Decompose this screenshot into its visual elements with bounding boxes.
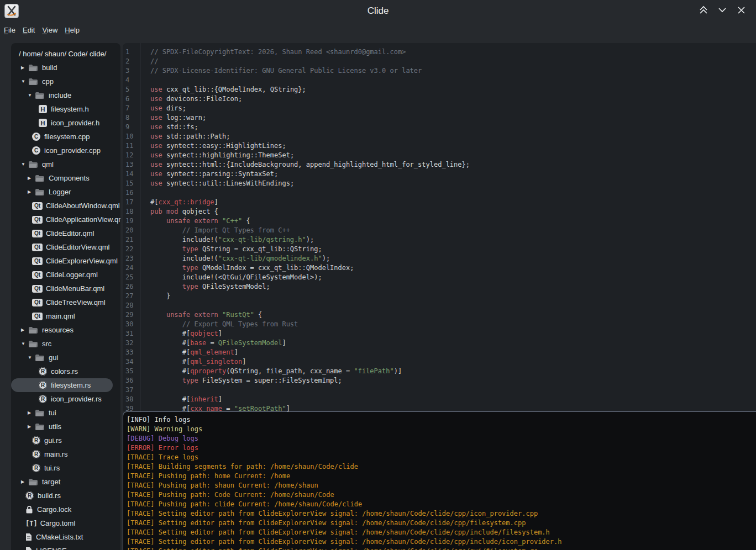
tree-item-gui-rs[interactable]: Rgui.rs xyxy=(11,433,120,447)
file-tree: ▶build▼cpp▼includeHfilesystem.hHicon_pro… xyxy=(11,61,120,550)
tree-item-logger[interactable]: ▶Logger xyxy=(11,185,120,199)
line-number: 28 xyxy=(125,301,133,310)
tree-item-main-rs[interactable]: Rmain.rs xyxy=(11,447,120,461)
tree-item-target[interactable]: ▶target xyxy=(11,475,120,489)
tree-item-clideexplorerview-qml[interactable]: QtClideExplorerView.qml xyxy=(11,254,120,268)
tree-item-cpp[interactable]: ▼cpp xyxy=(11,75,120,88)
chevron-right-icon[interactable]: ▶ xyxy=(28,189,35,194)
log-entry-trace: [TRACE] Pushing path: shaun Current: /ho… xyxy=(127,481,756,490)
code-line: 17#[cxx_qt::bridge] xyxy=(123,198,756,207)
tree-item-filesystem-h[interactable]: Hfilesystem.h xyxy=(11,102,120,116)
tree-item-include[interactable]: ▼include xyxy=(11,88,120,102)
chevron-down-icon[interactable]: ▼ xyxy=(21,79,28,84)
log-panel[interactable]: [INFO] Info logs[WARN] Warning logs[DEBU… xyxy=(123,411,756,550)
tree-item-label: target xyxy=(42,478,60,486)
log-entry-trace: [TRACE] Setting editor path from ClideEx… xyxy=(127,537,756,547)
tree-item-label: Cargo.toml xyxy=(40,519,76,527)
chevron-down-icon[interactable]: ▼ xyxy=(21,162,28,167)
menu-file[interactable]: File xyxy=(1,24,19,36)
chevron-right-icon[interactable]: ▶ xyxy=(21,479,28,484)
tree-item-filesystem-cpp[interactable]: Cfilesystem.cpp xyxy=(11,130,120,144)
chevron-right-icon[interactable]: ▶ xyxy=(28,424,35,429)
code-line: 39 #[cxx_name = "setRootPath"] xyxy=(123,404,756,411)
line-number: 6 xyxy=(125,94,129,104)
tree-item-build-rs[interactable]: Rbuild.rs xyxy=(11,489,120,503)
code-text: use syntect::easy::HighlightLines; xyxy=(150,142,286,150)
tree-item-main-qml[interactable]: Qtmain.qml xyxy=(11,309,120,323)
chevron-right-icon[interactable]: ▶ xyxy=(28,176,35,181)
line-number: 7 xyxy=(125,104,129,113)
tree-item-cargo-toml[interactable]: [T]Cargo.toml xyxy=(11,516,120,530)
tree-item-label: main.qml xyxy=(46,312,75,320)
chevron-down-icon[interactable]: ▼ xyxy=(21,341,28,346)
tree-item-build[interactable]: ▶build xyxy=(11,61,120,75)
close-button[interactable] xyxy=(732,3,750,19)
chevron-right-icon[interactable]: ▶ xyxy=(21,327,28,332)
keep-above-button[interactable] xyxy=(694,3,713,19)
menu-edit[interactable]: Edit xyxy=(19,24,39,36)
tree-item-tui[interactable]: ▶tui xyxy=(11,406,120,420)
menu-view[interactable]: View xyxy=(39,24,61,36)
tree-item-clideapplicationview-qml[interactable]: QtClideApplicationView.qml xyxy=(11,213,120,226)
tree-item-clidetreeview-qml[interactable]: QtClideTreeView.qml xyxy=(11,295,120,309)
line-number: 8 xyxy=(125,113,129,123)
line-number: 22 xyxy=(125,245,133,254)
code-line: 26 type QFileSystemModel; xyxy=(123,282,756,292)
line-number: 5 xyxy=(125,85,129,94)
tree-item-tui-rs[interactable]: Rtui.rs xyxy=(11,461,120,475)
tree-item-clidemenubar-qml[interactable]: QtClideMenuBar.qml xyxy=(11,282,120,295)
tree-item-icon-provider-rs[interactable]: Ricon_provider.rs xyxy=(11,392,120,406)
code-text: use syntect::html::{IncludeBackground, a… xyxy=(150,161,470,168)
tree-item-clidelogger-qml[interactable]: QtClideLogger.qml xyxy=(11,268,120,282)
tree-item-label: gui.rs xyxy=(44,436,62,445)
chevron-right-icon[interactable]: ▶ xyxy=(21,65,28,70)
tree-item-src[interactable]: ▼src xyxy=(11,337,120,351)
tree-item-cmakelists-txt[interactable]: CMakeLists.txt xyxy=(11,530,120,544)
tree-item-cargo-lock[interactable]: Cargo.lock xyxy=(11,503,120,516)
tree-item-label: resources xyxy=(42,326,74,334)
tree-item-label: ClideEditorView.qml xyxy=(46,243,109,251)
code-editor[interactable]: 1// SPDX-FileCopyrightText: 2026, Shaun … xyxy=(123,43,756,411)
tree-item-label: LICENSE xyxy=(36,547,67,550)
tree-item-resources[interactable]: ▶resources xyxy=(11,323,120,337)
tree-item-icon-provider-cpp[interactable]: Cicon_provider.cpp xyxy=(11,144,120,157)
tree-item-icon-provider-h[interactable]: Hicon_provider.h xyxy=(11,116,120,130)
minimize-button[interactable] xyxy=(713,3,732,19)
code-line: 20 // Import Qt Types from C++ xyxy=(123,226,756,235)
menu-help[interactable]: Help xyxy=(61,24,83,36)
tree-item-clideeditor-qml[interactable]: QtClideEditor.qml xyxy=(11,226,120,240)
tree-item-utils[interactable]: ▶utils xyxy=(11,420,120,433)
code-text: use devicons::FileIcon; xyxy=(150,95,242,103)
tree-item-license[interactable]: LICENSE xyxy=(11,544,120,550)
code-text: use syntect::highlighting::ThemeSet; xyxy=(150,151,294,159)
code-line: 37 xyxy=(123,385,756,395)
code-line: 3// SPDX-License-Identifier: GNU General… xyxy=(123,66,756,76)
code-line: 29 unsafe extern "RustQt" { xyxy=(123,310,756,320)
tree-item-components[interactable]: ▶Components xyxy=(11,171,120,185)
qt-file-icon: Qt xyxy=(32,257,43,265)
tree-item-clideeditorview-qml[interactable]: QtClideEditorView.qml xyxy=(11,240,120,254)
folder-icon xyxy=(28,78,38,86)
tree-item-clideaboutwindow-qml[interactable]: QtClideAboutWindow.qml xyxy=(11,199,120,213)
log-entry-trace: [TRACE] Trace logs xyxy=(127,453,756,462)
code-line: 19 unsafe extern "C++" { xyxy=(123,216,756,226)
tree-item-colors-rs[interactable]: Rcolors.rs xyxy=(11,364,120,378)
chevron-down-icon[interactable]: ▼ xyxy=(28,93,35,98)
line-number: 10 xyxy=(125,132,133,141)
file-tree-panel[interactable]: / home/ shaun/ Code/ clide/ ▶build▼cpp▼i… xyxy=(11,43,120,550)
code-line: 34 #[qml_singleton] xyxy=(123,357,756,367)
chevron-right-icon[interactable]: ▶ xyxy=(28,410,35,415)
line-number: 26 xyxy=(125,282,133,292)
tree-item-label: ClideMenuBar.qml xyxy=(46,284,104,293)
tree-item-gui[interactable]: ▼gui xyxy=(11,351,120,364)
log-entry-trace: [TRACE] Pushing path: Code Current: /hom… xyxy=(127,490,756,500)
code-line: 18pub mod qobject { xyxy=(123,207,756,216)
cpp-file-icon: C xyxy=(32,146,40,155)
line-number: 37 xyxy=(125,385,133,395)
tree-item-filesystem-rs[interactable]: Rfilesystem.rs xyxy=(11,378,113,392)
tree-item-label: Cargo.lock xyxy=(37,505,71,514)
code-line: 30 // Export QML Types from Rust xyxy=(123,320,756,329)
tree-item-qml[interactable]: ▼qml xyxy=(11,157,120,171)
code-text: #[inherit] xyxy=(150,395,222,403)
chevron-down-icon[interactable]: ▼ xyxy=(28,355,35,360)
